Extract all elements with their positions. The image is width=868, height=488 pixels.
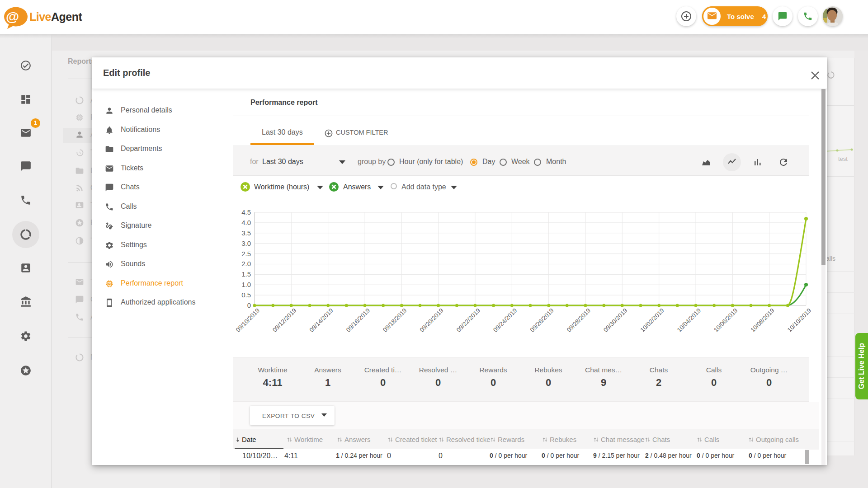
svg-text:09/14/2019: 09/14/2019: [308, 307, 334, 333]
svg-text:09/22/2019: 09/22/2019: [455, 307, 481, 333]
svg-text:1.0: 1.0: [241, 281, 251, 288]
svg-text:09/12/2019: 09/12/2019: [271, 307, 297, 333]
svg-text:09/16/2019: 09/16/2019: [345, 307, 371, 333]
svg-text:10/02/2019: 10/02/2019: [639, 307, 665, 333]
svg-text:10/06/2019: 10/06/2019: [712, 307, 739, 333]
svg-text:09/30/2019: 09/30/2019: [602, 307, 628, 333]
svg-text:3.5: 3.5: [241, 229, 251, 237]
svg-text:0.5: 0.5: [241, 291, 251, 299]
svg-text:@: @: [6, 9, 19, 24]
svg-text:1.5: 1.5: [241, 270, 251, 278]
svg-text:09/28/2019: 09/28/2019: [566, 307, 592, 333]
svg-text:09/10/2019: 09/10/2019: [235, 307, 261, 333]
svg-text:10/04/2019: 10/04/2019: [676, 307, 702, 333]
svg-text:09/18/2019: 09/18/2019: [382, 307, 408, 333]
svg-text:3.0: 3.0: [241, 239, 251, 247]
svg-text:2.0: 2.0: [241, 260, 251, 267]
svg-text:10/08/2019: 10/08/2019: [749, 307, 775, 333]
svg-text:09/24/2019: 09/24/2019: [492, 307, 518, 333]
svg-text:4.5: 4.5: [241, 208, 251, 216]
svg-text:2.5: 2.5: [241, 250, 251, 258]
svg-text:09/20/2019: 09/20/2019: [418, 307, 444, 333]
svg-text:09/26/2019: 09/26/2019: [528, 307, 555, 333]
svg-text:4.0: 4.0: [241, 219, 251, 226]
svg-text:0: 0: [247, 301, 251, 309]
svg-text:10/10/2019: 10/10/2019: [786, 307, 812, 333]
